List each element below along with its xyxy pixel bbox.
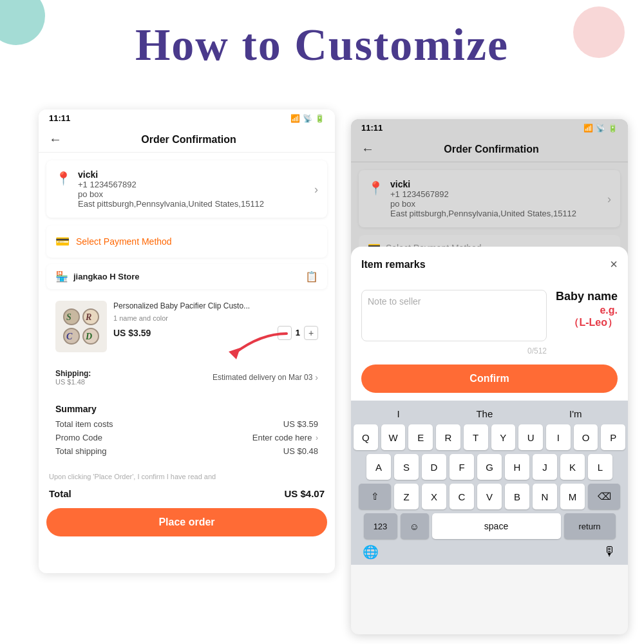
key-w[interactable]: W bbox=[381, 424, 406, 450]
modal-header: Item remarks × bbox=[361, 257, 618, 272]
key-e[interactable]: E bbox=[408, 424, 433, 450]
num-key[interactable]: 123 bbox=[364, 513, 397, 539]
keyboard-area: I The I'm Q W E R T Y U I O P A S D F G … bbox=[351, 401, 628, 565]
payment-label: Select Payment Method bbox=[76, 236, 172, 247]
key-j[interactable]: J bbox=[533, 454, 557, 480]
note-textarea[interactable] bbox=[361, 290, 547, 341]
key-k[interactable]: K bbox=[560, 454, 585, 480]
key-z[interactable]: Z bbox=[394, 484, 419, 509]
key-s[interactable]: S bbox=[394, 454, 419, 480]
key-d[interactable]: D bbox=[422, 454, 446, 480]
space-key[interactable]: space bbox=[432, 513, 561, 539]
eg-label: e.g. （L-Leo） bbox=[553, 305, 618, 330]
shift-key[interactable]: ⇧ bbox=[359, 484, 391, 509]
product-title: Personalized Baby Pacifier Clip Custo... bbox=[113, 301, 318, 312]
key-a[interactable]: A bbox=[366, 454, 391, 480]
key-y[interactable]: Y bbox=[491, 424, 516, 450]
key-n[interactable]: N bbox=[533, 484, 557, 509]
total-amount: US $4.07 bbox=[284, 488, 325, 499]
key-r[interactable]: R bbox=[436, 424, 460, 450]
promo-arrow-icon: › bbox=[316, 433, 318, 442]
suggestion-the[interactable]: The bbox=[476, 408, 493, 419]
product-variant: 1 name and color bbox=[113, 314, 318, 322]
key-o[interactable]: O bbox=[574, 424, 598, 450]
disclaimer-text: Upon clicking 'Place Order', I confirm I… bbox=[46, 473, 327, 480]
key-f[interactable]: F bbox=[450, 454, 474, 480]
summary-title: Summary bbox=[55, 404, 318, 414]
emoji-key[interactable]: ☺ bbox=[401, 513, 429, 539]
key-m[interactable]: M bbox=[560, 484, 585, 509]
address-name: vicki bbox=[78, 169, 318, 180]
address-phone: +1 1234567892 bbox=[78, 180, 318, 189]
suggestion-im[interactable]: I'm bbox=[569, 408, 582, 419]
keyboard-accessory-row: 🌐 🎙 bbox=[354, 542, 625, 560]
key-v[interactable]: V bbox=[477, 484, 502, 509]
shipping-estimated: Estimated delivery on Mar 03 bbox=[213, 373, 312, 382]
keyboard-suggestions: I The I'm bbox=[354, 406, 625, 424]
key-g[interactable]: G bbox=[477, 454, 502, 480]
right-status-icons: 📶 📡 🔋 bbox=[583, 124, 618, 133]
arrow-annotation bbox=[222, 327, 299, 368]
delete-key[interactable]: ⌫ bbox=[588, 484, 620, 509]
suggestion-i[interactable]: I bbox=[397, 408, 399, 419]
address-arrow-icon[interactable]: › bbox=[314, 182, 318, 196]
left-nav-bar: ← Order Confirmation bbox=[39, 127, 335, 153]
summary-shipping: Total shipping US $0.48 bbox=[55, 446, 318, 456]
key-u[interactable]: U bbox=[518, 424, 543, 450]
total-row: Total US $4.07 bbox=[46, 486, 327, 502]
svg-marker-9 bbox=[229, 348, 240, 359]
right-address-street: po box bbox=[390, 199, 611, 209]
confirm-button[interactable]: Confirm bbox=[361, 365, 618, 393]
battery-icon: 🔋 bbox=[315, 114, 325, 123]
keyboard-row-3: ⇧ Z X C V B N M ⌫ bbox=[354, 484, 625, 509]
shipping-est-row[interactable]: Estimated delivery on Mar 03 › bbox=[213, 372, 318, 383]
key-l[interactable]: L bbox=[588, 454, 612, 480]
right-back-button[interactable]: ← bbox=[361, 142, 374, 156]
key-t[interactable]: T bbox=[464, 424, 488, 450]
svg-text:D: D bbox=[85, 332, 92, 341]
key-x[interactable]: X bbox=[422, 484, 446, 509]
key-i[interactable]: I bbox=[546, 424, 571, 450]
svg-text:C: C bbox=[66, 332, 73, 341]
modal-content-row: Note to seller 0/512 Baby name e.g. （L-L… bbox=[361, 290, 618, 355]
baby-name-label: Baby name bbox=[553, 290, 618, 303]
left-nav-title: Order Confirmation bbox=[68, 134, 309, 146]
right-address-phone: +1 1234567892 bbox=[390, 189, 611, 199]
key-q[interactable]: Q bbox=[354, 424, 378, 450]
key-h[interactable]: H bbox=[505, 454, 529, 480]
left-status-time: 11:11 bbox=[49, 113, 70, 123]
baby-name-hint: Baby name e.g. （L-Leo） bbox=[553, 290, 618, 330]
address-city: East pittsburgh,Pennsylvania,United Stat… bbox=[78, 199, 318, 209]
left-status-bar: 11:11 📶 📡 🔋 bbox=[39, 109, 335, 127]
key-p[interactable]: P bbox=[601, 424, 625, 450]
left-status-icons: 📶 📡 🔋 bbox=[290, 114, 325, 123]
char-count: 0/512 bbox=[361, 346, 547, 355]
shipping-arrow-icon: › bbox=[315, 372, 318, 383]
mic-key[interactable]: 🎙 bbox=[603, 544, 616, 560]
note-icon[interactable]: 📋 bbox=[305, 270, 318, 283]
return-key[interactable]: return bbox=[564, 513, 616, 539]
place-order-button[interactable]: Place order bbox=[46, 508, 327, 536]
keyboard-row-2: A S D F G H J K L bbox=[354, 454, 625, 480]
summary-promo[interactable]: Promo Code Enter code here › bbox=[55, 433, 318, 442]
item-costs-value: US $3.59 bbox=[283, 419, 318, 429]
store-row: 🏪 jiangkao H Store 📋 bbox=[46, 264, 327, 289]
left-back-button[interactable]: ← bbox=[49, 132, 62, 147]
product-price: US $3.59 bbox=[113, 328, 151, 338]
key-c[interactable]: C bbox=[450, 484, 474, 509]
right-signal-icon: 📶 bbox=[583, 124, 593, 133]
payment-row[interactable]: 💳 Select Payment Method bbox=[46, 225, 327, 258]
item-remarks-modal: Item remarks × bbox=[351, 247, 628, 290]
modal-close-button[interactable]: × bbox=[610, 257, 618, 272]
summary-item-costs: Total item costs US $3.59 bbox=[55, 419, 318, 429]
page-title: How to Customize bbox=[0, 19, 644, 71]
right-address-city: East pittsburgh,Pennsylvania,United Stat… bbox=[390, 209, 611, 218]
qty-increase-button[interactable]: + bbox=[304, 326, 318, 340]
summary-box: Summary Total item costs US $3.59 Promo … bbox=[46, 396, 327, 468]
note-textarea-wrap: Note to seller 0/512 bbox=[361, 290, 547, 355]
product-image: S R C D bbox=[55, 301, 107, 352]
key-b[interactable]: B bbox=[505, 484, 529, 509]
address-info: vicki +1 1234567892 po box East pittsbur… bbox=[78, 169, 318, 209]
item-costs-label: Total item costs bbox=[55, 419, 113, 429]
globe-key[interactable]: 🌐 bbox=[363, 544, 379, 560]
